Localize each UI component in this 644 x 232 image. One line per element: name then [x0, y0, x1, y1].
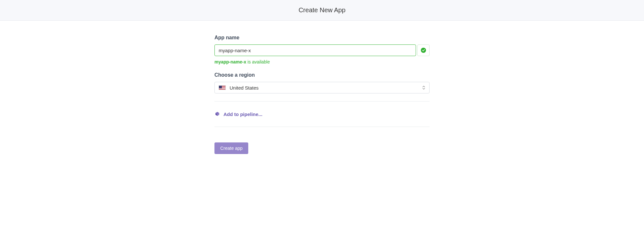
availability-suffix: is available: [246, 59, 270, 64]
divider: [214, 101, 430, 102]
us-flag-icon: [219, 85, 226, 90]
check-icon: [421, 48, 426, 53]
chevron-updown-icon: [422, 85, 425, 90]
app-name-row: [214, 44, 430, 56]
availability-status-box: [417, 44, 430, 56]
availability-message: myapp-name-x is available: [214, 59, 430, 64]
add-to-pipeline-button[interactable]: Add to pipeline...: [214, 109, 430, 119]
create-app-button[interactable]: Create app: [214, 142, 248, 154]
region-value: United States: [230, 85, 259, 91]
page-title: Create New App: [0, 6, 644, 14]
page-header: Create New App: [0, 0, 644, 21]
form-container: App name myapp-name-x is available Choos…: [214, 21, 430, 154]
region-label: Choose a region: [214, 72, 430, 78]
app-name-label: App name: [214, 35, 430, 41]
availability-name: myapp-name-x: [214, 59, 246, 64]
region-select[interactable]: United States: [214, 82, 430, 93]
app-name-input[interactable]: [214, 44, 416, 56]
divider: [214, 127, 430, 127]
pipeline-text: Add to pipeline...: [223, 111, 262, 117]
pipeline-icon: [214, 111, 220, 117]
